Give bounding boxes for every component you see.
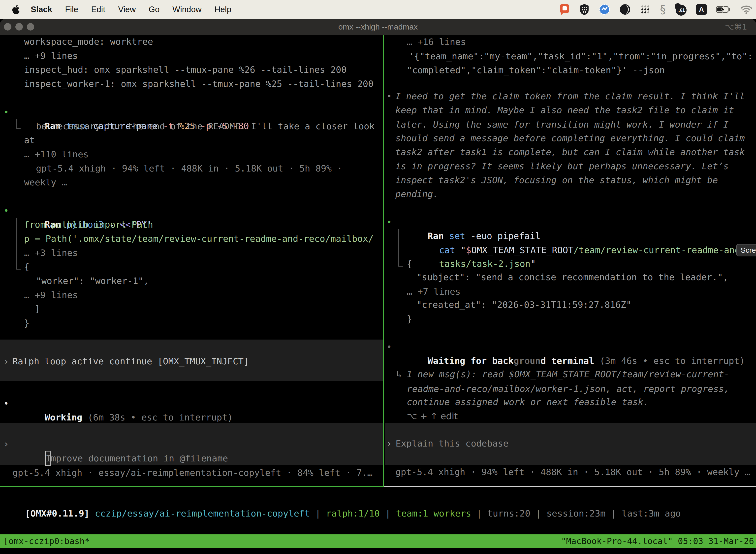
terminal-left-pane: workspace_mode: worktree … +9 lines insp…	[0, 19, 383, 554]
terminal-line: gpt-5.4 xhigh · 94% left · 488K in · 5.1…	[36, 162, 342, 175]
squiggle-icon[interactable]: §	[660, 4, 666, 15]
terminal-line: … +9 lines	[24, 288, 78, 302]
terminal-line: "completed","claim_token":"claim-token"}…	[407, 63, 665, 77]
terminal-line: "subject": "send a concise recommendatio…	[417, 270, 728, 284]
terminal-line: … +110 lines	[24, 148, 88, 161]
output-corner-line	[16, 119, 20, 129]
shield-grid-icon[interactable]	[579, 3, 589, 15]
chevron-prompt-icon: ›	[3, 437, 9, 451]
text-cursor: I	[45, 451, 51, 466]
sync-pulse-icon[interactable]	[598, 3, 611, 15]
mailbox-message-line: 1 new msg(s): read $OMX_TEAM_STATE_ROOT/…	[407, 367, 729, 381]
tmux-status-bar: [omx-cczip0:bash* "MacBook-Pro-44.local"…	[0, 535, 756, 548]
working-bullet-icon: •	[3, 397, 9, 410]
run-bullet-icon: •	[3, 204, 9, 218]
input-source-icon[interactable]: A	[696, 4, 707, 15]
terminal-window: omx --xhigh --madmax ⌥⌘1 workspace_mode:…	[0, 19, 756, 554]
terminal-line-code: from pathlib import Path	[24, 218, 153, 232]
terminal-line: inspect_hud: omx sparkshell --tmux-pane …	[24, 63, 346, 77]
menu-item-edit[interactable]: Edit	[91, 5, 105, 14]
menu-item-file[interactable]: File	[65, 5, 78, 14]
thinking-line: pending.	[395, 187, 438, 201]
terminal-line-code: p = Path('.omx/state/team/review-current…	[24, 232, 374, 246]
window-shortcut-hint: ⌥⌘1	[725, 19, 747, 35]
terminal-line: at	[24, 133, 35, 147]
window-title: omx --xhigh --madmax	[0, 19, 756, 35]
terminal-line: "worker": "worker-1",	[36, 274, 149, 288]
reply-arrow-icon: ↳	[396, 367, 407, 381]
terminal-line: '{"team_name":"my-team","task_id":"1","f…	[409, 49, 753, 63]
prompt-input-right-text[interactable]: Explain this codebase	[396, 437, 508, 450]
terminal-line: ]	[35, 302, 40, 316]
battery-time-badge-icon[interactable]: ..61	[675, 3, 687, 16]
thinking-bullet-icon: •	[386, 89, 392, 103]
moon-app-icon[interactable]	[619, 4, 631, 15]
terminal-line: workspace_mode: worktree	[24, 35, 153, 49]
thinking-line: is in progress? It seems likely but perh…	[395, 159, 729, 173]
terminal-line: }	[407, 312, 412, 326]
terminal-line: … +16 lines	[407, 35, 466, 49]
mailbox-message-line: continue assigned work or next feasible …	[407, 395, 649, 409]
edit-shortcut-hint: ⌥ + ↑ edit	[407, 409, 458, 423]
menu-item-view[interactable]: View	[118, 5, 136, 14]
thinking-line: should send a message before completing …	[395, 131, 745, 145]
omx-status-line: [OMX#0.11.9] cczip/essay/ai-reimplementa…	[3, 493, 681, 535]
thinking-line: later. Using the same for transition mig…	[395, 118, 729, 131]
model-status-line: gpt-5.4 xhigh · essay/ai-reimplementatio…	[12, 466, 373, 480]
menu-status-icons: § ..61 A	[559, 0, 753, 19]
menu-item-go[interactable]: Go	[148, 5, 160, 14]
output-corner-line	[16, 218, 20, 270]
output-corner-line	[398, 229, 403, 267]
chevron-prompt-icon: ›	[3, 354, 9, 368]
window-title-bar: omx --xhigh --madmax ⌥⌘1	[0, 19, 756, 35]
screen-tooltip: Scre	[736, 244, 756, 257]
apple-menu-icon[interactable]	[11, 4, 20, 14]
wifi-icon[interactable]	[740, 5, 753, 14]
inject-banner-text: Ralph loop active continue [OMX_TMUX_INJ…	[12, 354, 249, 368]
chevron-prompt-icon: ›	[386, 437, 392, 450]
menu-app-name[interactable]: Slack	[31, 5, 52, 14]
waiting-bullet-icon: •	[386, 340, 392, 354]
pane-border-bottom-left	[0, 486, 383, 487]
terminal-line: … +9 lines	[24, 49, 78, 63]
pane-divider[interactable]	[383, 35, 384, 487]
battery-charging-icon[interactable]	[716, 5, 731, 13]
mailbox-message-line: readme-and-reco/mailbox/worker-1.json, a…	[407, 382, 729, 396]
menu-item-help[interactable]: Help	[214, 5, 232, 14]
terminal-line: }	[24, 316, 29, 330]
thinking-line: task2 after task1 is complete, but can I…	[395, 145, 745, 159]
terminal-line: {	[407, 257, 412, 271]
thinking-line: keep that in mind. Maybe I also need the…	[395, 103, 734, 117]
terminal-line: be necessary for the end of the README. …	[36, 119, 375, 133]
run-bullet-icon: •	[3, 105, 9, 119]
thinking-line: I need to get the claim token from the c…	[395, 89, 745, 103]
terminal-line: "created_at": "2026-03-31T11:59:27.816Z"	[417, 298, 631, 312]
thinking-line: inspect task2's JSON, focusing on the st…	[395, 173, 718, 187]
notification-app-icon[interactable]	[559, 3, 570, 15]
tmux-session-label: [omx-cczip0:bash*	[0, 535, 90, 548]
terminal-right-pane: … +16 lines '{"team_name":"my-team","tas…	[385, 19, 756, 554]
terminal-line: {	[24, 260, 29, 274]
pane-border-bottom-right	[384, 486, 756, 487]
terminal-line: inspect_worker-1: omx sparkshell --tmux-…	[24, 77, 374, 91]
terminal-line: … +3 lines	[24, 246, 78, 260]
terminal-line: … +7 lines	[407, 285, 460, 298]
menu-item-window[interactable]: Window	[172, 5, 201, 14]
dots-grid-icon[interactable]	[640, 4, 651, 15]
terminal-line: weekly …	[24, 175, 67, 189]
tmux-host-clock: "MacBook-Pro-44.local" 05:03 31-Mar-26	[561, 535, 756, 548]
model-status-line: gpt-5.4 xhigh · 94% left · 488K in · 5.1…	[395, 465, 750, 479]
menu-bar: Slack File Edit View Go Window Help	[0, 0, 756, 19]
badge-61-label: ..61	[676, 5, 687, 16]
run-bullet-icon: •	[386, 215, 392, 229]
